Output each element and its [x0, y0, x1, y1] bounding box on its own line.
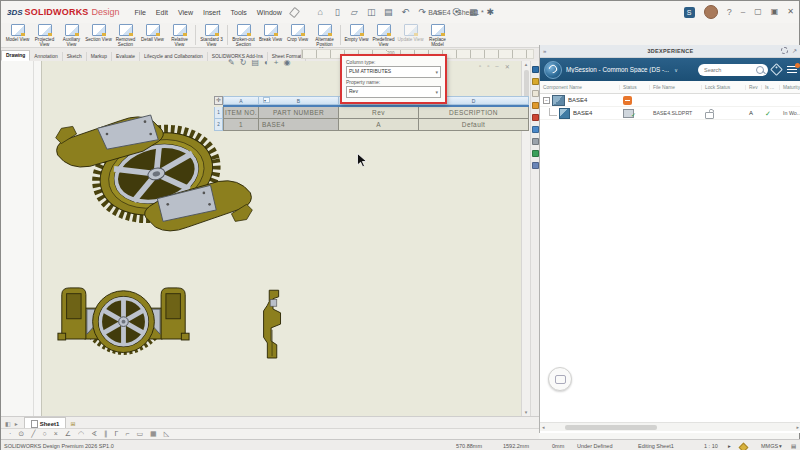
ribbon-button[interactable]: Detail View: [139, 23, 166, 47]
chevron-down-icon[interactable]: ∨: [674, 67, 678, 73]
ribbon-button[interactable]: Update View: [397, 23, 424, 47]
column-label[interactable]: Status: [620, 85, 650, 90]
sketch-tool-icon[interactable]: ▦: [150, 429, 157, 439]
sketch-tool-icon[interactable]: ∥: [104, 429, 108, 439]
ribbon-button[interactable]: Predefined View: [370, 23, 397, 47]
table-minimize-icon[interactable]: –: [495, 63, 498, 70]
command-tab[interactable]: Annotation: [30, 52, 62, 61]
command-tab[interactable]: Markup: [87, 52, 112, 61]
column-label[interactable]: Maturity St...: [780, 85, 800, 90]
ribbon-button[interactable]: Replace Model: [424, 23, 451, 47]
side-model-view[interactable]: [257, 288, 289, 364]
command-tab[interactable]: Lifecycle and Collaboration: [140, 52, 208, 61]
user-avatar[interactable]: [704, 5, 718, 19]
menu-item[interactable]: View: [173, 9, 198, 16]
ribbon-button[interactable]: Relative View: [166, 23, 193, 47]
sketch-tool-icon[interactable]: ⊙: [18, 429, 24, 439]
sheet-scale[interactable]: 1 : 10: [704, 443, 718, 449]
table-cell[interactable]: PART NUMBER: [259, 107, 339, 119]
table-move-handle[interactable]: ✛: [214, 96, 223, 105]
forum-tab-icon[interactable]: [532, 150, 539, 157]
hide-show-items-icon[interactable]: +: [274, 58, 279, 68]
panel-collapse-icon[interactable]: »: [543, 48, 546, 54]
scene-tab-icon[interactable]: [532, 126, 539, 133]
ribbon-button[interactable]: Crop View: [284, 23, 311, 47]
component-row-part[interactable]: BASE4 ✓ BASE4.SLDPRT A ✓ In Wo...: [540, 107, 800, 120]
table-close-icon[interactable]: ✕: [505, 63, 510, 70]
custom-properties-tab-icon[interactable]: [532, 138, 539, 145]
ribbon-button[interactable]: Removed Section: [112, 23, 139, 47]
search-box[interactable]: [698, 64, 768, 76]
component-row-assembly[interactable]: − BASE4: [540, 94, 800, 107]
scrollbar-thumb[interactable]: [565, 425, 657, 430]
units-selector[interactable]: MMGS: [761, 443, 778, 449]
open-file-icon[interactable]: ▱: [348, 6, 361, 18]
tree-collapse-icon[interactable]: −: [543, 97, 550, 104]
column-header[interactable]: B: [259, 96, 339, 105]
appearances-tab-icon[interactable]: [532, 114, 539, 121]
table-toolbar-icon[interactable]: ▫: [487, 63, 489, 70]
restore-button[interactable]: ▣: [771, 6, 779, 18]
minimize-button[interactable]: –: [741, 6, 745, 18]
assistant-button[interactable]: [548, 367, 572, 391]
front-model-view[interactable]: [56, 283, 191, 368]
panel-horizontal-scrollbar[interactable]: ◂ ▸: [540, 422, 800, 431]
sketch-tool-icon[interactable]: ⌐: [125, 429, 129, 439]
scale-caret-icon[interactable]: ▸: [728, 443, 731, 449]
menu-icon[interactable]: [787, 66, 797, 74]
experience-launcher-icon[interactable]: S: [684, 7, 695, 18]
ribbon-button[interactable]: Broken-out Section: [230, 23, 257, 47]
display-style-icon[interactable]: ◐: [264, 58, 269, 68]
table-cell[interactable]: A: [339, 119, 419, 131]
column-header[interactable]: A: [223, 96, 259, 105]
redo-icon[interactable]: ↷: [416, 6, 429, 18]
column-label[interactable]: File Name: [650, 85, 702, 90]
markup-icon[interactable]: ✎: [228, 58, 235, 68]
sketch-tool-icon[interactable]: Γ: [115, 429, 119, 439]
3dexperience-tab-icon[interactable]: [532, 66, 539, 73]
home-icon[interactable]: ⌂: [314, 6, 327, 18]
tag-icon[interactable]: [739, 443, 749, 450]
chevron-down-icon[interactable]: ▾: [779, 443, 782, 449]
view-settings-icon[interactable]: ▤: [251, 58, 259, 68]
sketch-tool-icon[interactable]: ◠: [78, 429, 84, 439]
command-tab[interactable]: Drawing: [1, 50, 30, 61]
gear-icon[interactable]: [781, 47, 788, 54]
menu-item[interactable]: Tools: [225, 9, 251, 16]
table-cell[interactable]: DESCRIPTION: [419, 107, 529, 119]
view-orientation-icon[interactable]: ◉: [283, 58, 290, 68]
add-sheet-icon[interactable]: ⊞: [70, 420, 75, 427]
scroll-up-icon[interactable]: ▴: [525, 61, 528, 68]
sketch-tool-icon[interactable]: ·: [9, 429, 11, 439]
sketch-tool-icon[interactable]: ▭: [136, 429, 143, 439]
table-cell[interactable]: BASE4: [259, 119, 339, 131]
row-header[interactable]: 2: [214, 119, 223, 131]
sheet-scroll-icon[interactable]: ◧: [5, 420, 11, 427]
sketch-tool-icon[interactable]: ∢: [91, 429, 97, 439]
column-label[interactable]: Is ...: [762, 85, 780, 90]
column-label[interactable]: Component Name: [540, 85, 620, 90]
menu-item[interactable]: Insert: [198, 9, 226, 16]
popout-icon[interactable]: ↗: [792, 47, 797, 54]
ribbon-button[interactable]: Model View: [4, 23, 31, 47]
sketch-tool-icon[interactable]: ∠: [65, 429, 71, 439]
search-icon[interactable]: [756, 66, 764, 74]
tag-icon[interactable]: [770, 63, 783, 76]
help-icon[interactable]: ?: [727, 6, 732, 18]
sketch-tool-icon[interactable]: ╱: [31, 429, 35, 439]
rotate-view-icon[interactable]: ↻: [240, 58, 247, 68]
save-icon[interactable]: ◫: [365, 6, 378, 18]
table-cell[interactable]: 1: [223, 119, 259, 131]
ribbon-button[interactable]: Projected View: [31, 23, 58, 47]
menu-item[interactable]: File: [130, 9, 151, 16]
row-header[interactable]: 1: [214, 107, 223, 119]
search-input[interactable]: [702, 66, 754, 74]
maximize-button[interactable]: ▢: [754, 6, 762, 18]
session-title[interactable]: MySession - Common Space (DS -...: [566, 66, 669, 73]
command-tab[interactable]: Sketch: [63, 52, 87, 61]
table-cell[interactable]: ITEM NO.: [223, 107, 259, 119]
sketch-tool-icon[interactable]: ×: [54, 429, 58, 439]
undo-icon[interactable]: ↶: [399, 6, 412, 18]
scroll-down-icon[interactable]: ▾: [525, 409, 528, 416]
command-tab[interactable]: Evaluate: [112, 52, 140, 61]
